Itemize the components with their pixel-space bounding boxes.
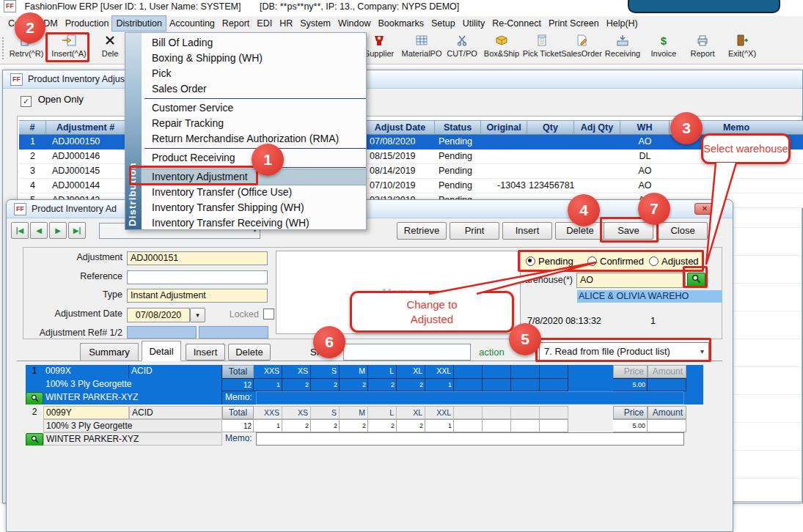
toolbar-boxship-button[interactable]: Box&Ship <box>483 34 521 62</box>
row-memo-field[interactable] <box>256 391 684 404</box>
detail-row-2[interactable]: 2 0099Y ACID Total XXS XS S M L XL XXL P… <box>26 406 686 446</box>
product-lookup-button[interactable] <box>26 433 43 446</box>
tab-detail[interactable]: Detail <box>142 341 181 361</box>
menu-utility[interactable]: Utility <box>459 16 489 31</box>
nav-last-button[interactable]: ▶| <box>68 222 86 239</box>
save-button[interactable]: Save <box>604 222 653 240</box>
menu-item-bill-of-lading[interactable]: Bill Of Lading <box>142 35 366 51</box>
reference-field[interactable] <box>127 270 268 284</box>
print-button[interactable]: Print <box>450 222 499 240</box>
toolbar-delete-button[interactable]: Dele <box>92 34 128 62</box>
receiving-icon <box>603 34 642 48</box>
type-field[interactable]: Instant Adjustment <box>127 289 268 303</box>
menu-window[interactable]: Window <box>334 16 374 31</box>
delete-button[interactable]: Delete <box>555 222 605 240</box>
toolbar-retrieve-button[interactable]: Retrv(^R) <box>6 34 47 62</box>
menu-report[interactable]: Report <box>219 16 254 31</box>
locked-checkbox[interactable] <box>263 309 274 319</box>
menu-reconnect[interactable]: Re-Connect <box>488 16 545 31</box>
status-adjusted-radio[interactable]: Adjusted <box>649 253 699 270</box>
grid-delete-button[interactable]: Delete <box>228 344 271 361</box>
close-button[interactable]: Close <box>658 222 708 240</box>
nav-first-button[interactable]: |◀ <box>11 222 29 239</box>
magnifier-icon <box>31 435 39 443</box>
col-wh[interactable]: WH <box>620 120 670 135</box>
menu-item-rma[interactable]: Return Merchandise Authorization (RMA) <box>142 131 366 147</box>
nav-next-button[interactable]: ▶ <box>49 222 67 239</box>
detail-window-title: Product Inventory Ad <box>32 204 117 214</box>
menu-item-inventory-transfer-receiving[interactable]: Inventory Transfer Receiving (WH) <box>142 215 366 231</box>
col-status[interactable]: Status <box>435 120 481 135</box>
distribution-menu: Distribution Bill Of Lading Boxing & Shi… <box>125 32 367 230</box>
col-adj-qty[interactable]: Adj Qty <box>574 120 620 135</box>
toolbar-receiving-button[interactable]: Receiving <box>603 34 642 62</box>
menu-item-inventory-adjustment[interactable]: Inventory Adjustment <box>142 169 366 185</box>
toolbar-cutpo-button[interactable]: CUT/PO <box>446 34 478 62</box>
close-window-icon[interactable]: ✕ <box>694 203 715 215</box>
toolbar-exit-button[interactable]: Exit(^X) <box>723 34 761 62</box>
reference-label: Reference <box>20 271 122 281</box>
open-only-checkbox[interactable]: ✓ Open Only <box>21 94 84 107</box>
report-icon <box>685 34 720 48</box>
menu-code[interactable]: Code <box>4 16 34 31</box>
warehouse-lookup-button[interactable] <box>687 273 705 288</box>
toolbar-pickticket-button[interactable]: Pick Ticket <box>521 34 563 62</box>
menu-item-pick[interactable]: Pick <box>142 66 366 81</box>
memo-watermark: Memo <box>276 286 520 298</box>
detail-row-1[interactable]: 1 0099X ACID Total XXS XS S M L XL XXL P… <box>26 365 703 404</box>
col-adjustment[interactable]: Adjustment # <box>46 120 125 135</box>
toolbar-report-button[interactable]: Report <box>685 34 720 62</box>
nav-prev-button[interactable]: ◀ <box>30 222 48 239</box>
menu-edi[interactable]: EDI <box>253 16 276 31</box>
revision-count: 1 <box>650 316 656 326</box>
col-memo[interactable]: Memo <box>670 120 803 135</box>
menu-accounting[interactable]: Accounting <box>166 16 219 31</box>
toolbar-insert-button[interactable]: Insert(^A) <box>48 34 89 62</box>
adjustment-field[interactable]: ADJ000151 <box>127 251 268 265</box>
action-dropdown[interactable]: 7. Read from file (Product list) ▾ <box>539 342 709 361</box>
col-adjust-date[interactable]: Adjust Date <box>366 120 435 135</box>
status-pending-radio[interactable]: Pending <box>526 253 573 270</box>
menu-item-sales-order[interactable]: Sales Order <box>142 81 366 97</box>
toolbar-receiving-label: Receiving <box>603 48 642 59</box>
menu-bookmarks[interactable]: Bookmarks <box>374 16 428 31</box>
col-qty[interactable]: Qty <box>527 120 574 135</box>
toolbar-materialpo-button[interactable]: MaterialPO <box>400 34 443 62</box>
grid-insert-button[interactable]: Insert <box>186 344 225 361</box>
menu-print-screen[interactable]: Print Screen <box>545 16 603 31</box>
menu-item-inventory-transfer-office[interactable]: Inventory Transfer (Office Use) <box>142 185 366 200</box>
retrieve-button[interactable]: Retrieve <box>397 222 447 240</box>
menu-distribution[interactable]: Distribution <box>112 16 166 31</box>
toolbar-salesorder-label: SalesOrder <box>560 48 603 59</box>
toolbar-salesorder-button[interactable]: SalesOrder <box>560 34 603 62</box>
row-memo-field[interactable] <box>256 432 684 446</box>
menu-system[interactable]: System <box>296 16 334 31</box>
menu-item-boxing-shipping[interactable]: Boxing & Shipping (WH) <box>142 51 366 66</box>
menu-setup[interactable]: Setup <box>428 16 459 31</box>
menu-pdm[interactable]: PDM <box>34 16 62 31</box>
tab-summary[interactable]: Summary <box>80 343 139 361</box>
adjustment-ref2-field[interactable] <box>199 326 268 339</box>
sku-input[interactable] <box>343 344 471 361</box>
menu-help[interactable]: Help(H) <box>603 16 642 31</box>
toolbar-invoice-button[interactable]: $ Invoice <box>647 34 681 62</box>
menu-item-repair-tracking[interactable]: Repair Tracking <box>142 116 366 131</box>
product-lookup-button[interactable] <box>26 392 43 404</box>
chevron-down-icon: ▾ <box>700 343 704 360</box>
memo-box[interactable]: Memo <box>276 251 521 334</box>
magnifier-icon <box>31 394 39 402</box>
status-confirmed-radio[interactable]: Confirmed <box>587 253 644 270</box>
cut-po-icon <box>446 34 478 48</box>
menu-hr[interactable]: HR <box>276 16 296 31</box>
col-num[interactable]: # <box>19 120 46 135</box>
col-original[interactable]: Original <box>481 120 527 135</box>
adjustment-ref1-field[interactable] <box>127 326 197 339</box>
menu-production[interactable]: Production <box>62 16 113 31</box>
warehouse-field[interactable]: AO <box>576 273 686 288</box>
toolbar-materialpo-label: MaterialPO <box>400 48 443 59</box>
insert-button[interactable]: Insert <box>502 222 552 240</box>
menu-item-inventory-transfer-shipping[interactable]: Inventory Transfer Shipping (WH) <box>142 200 366 215</box>
menu-item-customer-service[interactable]: Customer Service <box>142 100 366 116</box>
warehouse-name: ALICE & OLIVIA WAREHO <box>577 290 722 303</box>
menu-item-product-receiving[interactable]: Product Receiving <box>142 150 366 166</box>
